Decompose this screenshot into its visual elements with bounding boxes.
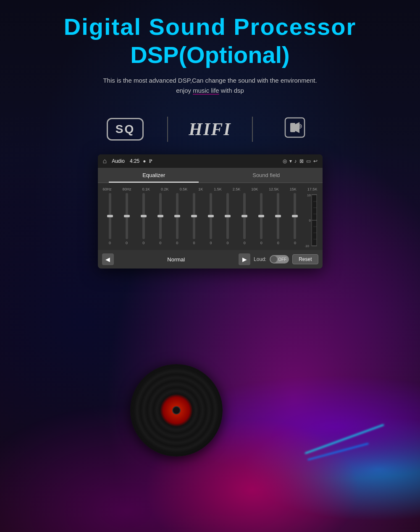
sq-label: SQ [116, 123, 135, 136]
reset-label: Reset [299, 256, 312, 262]
svg-text:0: 0 [309, 219, 311, 222]
slider-val-9: 0 [244, 241, 246, 245]
slider-col-9: 0 [236, 193, 252, 248]
page-content: Digital Sound Processor DSP(Optional) Th… [0, 0, 420, 532]
main-title: Digital Sound Processor [0, 13, 420, 41]
slider-track-10[interactable] [260, 193, 262, 239]
slider-val-10: 0 [260, 241, 262, 245]
slider-col-7: 0 [203, 193, 219, 248]
slider-col-6: 0 [186, 193, 202, 248]
tab-equalizer[interactable]: Equalizer [98, 168, 210, 183]
slider-thumb-6[interactable] [191, 215, 197, 217]
slider-val-1: 0 [109, 241, 111, 245]
hifi-icon-item: HIFI [168, 119, 252, 139]
slider-thumb-9[interactable] [242, 215, 247, 217]
freq-10k: 10K [251, 187, 258, 191]
highlight-text: music life [193, 87, 219, 94]
slider-track-3[interactable] [142, 193, 145, 239]
freq-01k: 0.1K [142, 187, 150, 191]
header-section: Digital Sound Processor DSP(Optional) Th… [0, 0, 420, 104]
slider-val-8: 0 [227, 241, 229, 245]
slider-thumb-2[interactable] [124, 215, 130, 217]
location-icon: ◎ [283, 158, 287, 164]
next-button[interactable]: ▶ [239, 253, 250, 265]
freq-80hz: 80Hz [123, 187, 131, 191]
slider-thumb-10[interactable] [258, 215, 264, 217]
freq-02k: 0.2K [161, 187, 169, 191]
slider-col-4: 0 [152, 193, 168, 248]
back-icon[interactable]: ↩ [313, 158, 318, 164]
slider-val-2: 0 [126, 241, 128, 245]
sq-icon: SQ [107, 118, 144, 141]
tab-equalizer-label: Equalizer [142, 172, 165, 178]
loud-label: Loud: [254, 256, 266, 262]
status-icons-group: ◎ ▾ ♪ ⊠ ▭ ↩ [283, 158, 318, 164]
slider-track-9[interactable] [243, 193, 246, 239]
slider-thumb-4[interactable] [158, 215, 163, 217]
sub-title: DSP(Optional) [0, 41, 420, 69]
app-name: Audio [112, 158, 125, 164]
slider-track-1[interactable] [109, 193, 111, 239]
slider-track-2[interactable] [126, 193, 128, 239]
slider-thumb-1[interactable] [107, 215, 113, 217]
slider-col-3: 0 [136, 193, 152, 248]
slider-col-2: 0 [119, 193, 135, 248]
reset-button[interactable]: Reset [292, 254, 318, 264]
tab-sound-field[interactable]: Sound field [210, 168, 323, 183]
desc-line2: enjoy music life with dsp [0, 86, 420, 96]
time-display: 4:25 [130, 158, 139, 164]
slider-track-12[interactable] [294, 193, 296, 239]
slider-track-5[interactable] [176, 193, 178, 239]
vinyl-record [130, 364, 223, 456]
slider-track-4[interactable] [159, 193, 162, 239]
desc-line1: This is the most advanced DSP,Can change… [0, 76, 420, 86]
wifi-icon: ▾ [289, 158, 292, 164]
scale-container: 10 0 -10 [305, 193, 320, 248]
title-line1: Digital Sound Processor [64, 13, 356, 40]
prev-icon: ◀ [105, 256, 110, 263]
eq-area: 60Hz 80Hz 0.1K 0.2K 0.5K 1K 1.5K 2.5K 10… [98, 183, 323, 250]
slider-thumb-5[interactable] [174, 215, 180, 217]
eq-scale: 10 0 -10 [303, 193, 318, 248]
home-icon[interactable]: ⌂ [103, 157, 107, 165]
tab-sound-field-label: Sound field [252, 172, 280, 178]
slider-track-7[interactable] [210, 193, 212, 239]
slider-val-4: 0 [159, 241, 161, 245]
slider-val-12: 0 [294, 241, 296, 245]
slider-val-5: 0 [176, 241, 178, 245]
slider-thumb-11[interactable] [275, 215, 281, 217]
freq-125k: 12.5K [269, 187, 279, 191]
sliders-container: 0 0 0 [102, 193, 318, 248]
slider-col-1: 0 [102, 193, 118, 248]
slider-thumb-7[interactable] [208, 215, 214, 217]
icons-row: SQ HIFI [0, 117, 420, 142]
slider-col-5: 0 [169, 193, 185, 248]
svg-text:-10: -10 [305, 244, 310, 248]
hifi-text: HIFI [189, 119, 231, 139]
slider-val-7: 0 [210, 241, 212, 245]
slider-thumb-8[interactable] [225, 215, 231, 217]
freq-60hz: 60Hz [103, 187, 112, 191]
slider-track-6[interactable] [193, 193, 195, 239]
mode-label: Normal [117, 256, 236, 263]
freq-25k: 2.5K [233, 187, 241, 191]
loud-toggle[interactable]: OFF [270, 255, 289, 263]
android-screen: ⌂ Audio 4:25 ● 𝐏 ◎ ▾ ♪ ⊠ ▭ ↩ Equalizer S… [98, 154, 323, 269]
screen-icon: ▭ [306, 158, 311, 164]
slider-thumb-12[interactable] [292, 215, 298, 217]
toggle-state: OFF [278, 257, 288, 262]
vinyl-center [172, 406, 181, 415]
slider-thumb-3[interactable] [141, 215, 147, 217]
prev-button[interactable]: ◀ [102, 253, 114, 265]
slider-col-12: 0 [287, 193, 303, 248]
dot-icon: ● [143, 158, 146, 164]
slider-track-8[interactable] [226, 193, 229, 239]
slider-col-10: 0 [253, 193, 269, 248]
title-line2: DSP(Optional) [130, 42, 290, 68]
freq-15k: 1.5K [214, 187, 222, 191]
description: This is the most advanced DSP,Can change… [0, 76, 420, 96]
sq-icon-item: SQ [83, 118, 167, 141]
slider-track-11[interactable] [277, 193, 279, 239]
bottom-controls: ◀ Normal ▶ Loud: OFF Reset [98, 250, 323, 269]
slider-col-8: 0 [220, 193, 236, 248]
